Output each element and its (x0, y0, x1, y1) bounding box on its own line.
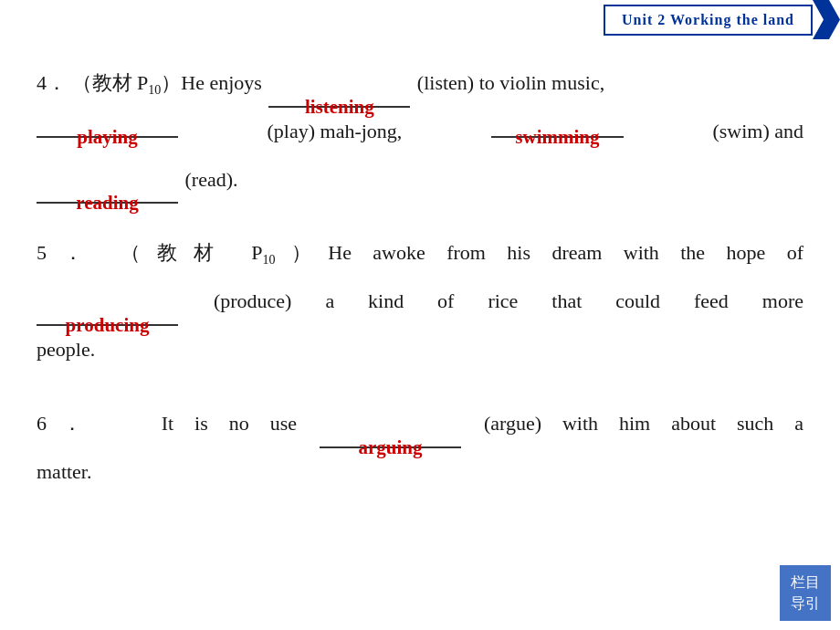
ex4-answer1: listening (305, 84, 374, 130)
ex5-number: 5． (37, 241, 100, 264)
nav-button-label: 栏目导引 (791, 574, 820, 610)
ex6-blank1: arguing (320, 446, 461, 448)
unit-title: Unit 2 Working the land (604, 5, 813, 36)
svg-marker-0 (813, 0, 840, 39)
ex4-hint1: (listen) to violin music, (417, 71, 604, 94)
ex5-prefix: （教材 P10）He awoke from his dream with the… (121, 241, 803, 264)
nav-button[interactable]: 栏目导引 (780, 565, 831, 621)
ex4-answer4: reading (76, 180, 138, 226)
ex4-prefix: （教材 P10）He enjoys (72, 71, 268, 94)
ex4-blank4: reading (37, 202, 178, 204)
exercise-4: 4． （教材 P10）He enjoys listening (listen) … (37, 59, 803, 204)
ex4-blank1: listening (268, 106, 410, 108)
ex6-answer1: arguing (358, 425, 422, 470)
ex4-blank3: swimming (491, 136, 624, 138)
ex5-hint1: (produce) a kind of rice that could feed… (214, 289, 803, 312)
chevron-right-icon (813, 0, 840, 39)
main-content: 4． （教材 P10）He enjoys listening (listen) … (37, 59, 803, 521)
ex4-answer2: playing (77, 114, 138, 160)
ex4-answer3: swimming (515, 114, 599, 160)
header-banner: Unit 2 Working the land (604, 0, 840, 39)
ex4-blank2: playing (37, 136, 178, 138)
ex6-number: 6． (37, 412, 99, 435)
ex6-text: It is no use (120, 412, 318, 435)
ex5-blank1: producing (37, 324, 178, 326)
ex4-number: 4． (37, 71, 67, 94)
ex4-hint4: (read). (185, 168, 238, 191)
ex6-hint1: (argue) with him about such a (484, 412, 803, 435)
ex4-hint3: (swim) and (708, 108, 803, 156)
exercise-6: 6． It is no use arguing (argue) with him… (37, 400, 803, 497)
ex6-continuation: matter. (37, 460, 91, 483)
exercise-5: 5． （教材 P10）He awoke from his dream with … (37, 229, 803, 373)
ex5-answer1: producing (66, 302, 150, 348)
